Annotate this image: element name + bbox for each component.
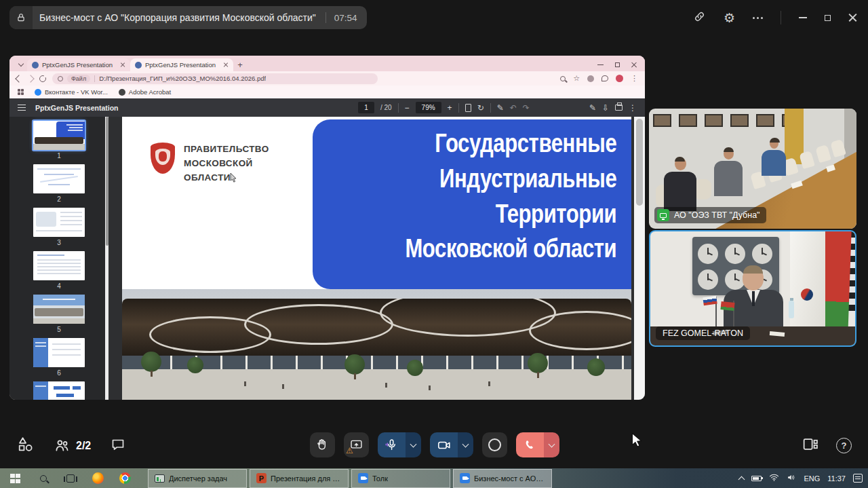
taskbar-button-powerpoint[interactable]: P Презентация для КР... — [250, 469, 349, 488]
keyboard-language[interactable]: ENG — [804, 474, 820, 483]
redo-icon[interactable]: ↷ — [523, 104, 530, 112]
url-text: D:/Презентация_ГИП_и%20ОЭЗ_МО%2016.04.20… — [99, 75, 266, 82]
url-field[interactable]: Файл D:/Презентация_ГИП_и%20ОЭЗ_МО%2016.… — [52, 73, 378, 84]
more-options-icon[interactable] — [753, 17, 763, 19]
taskbar-button-talk[interactable]: Толк — [351, 469, 450, 488]
thumbnails-scrollbar[interactable] — [105, 117, 108, 400]
annotate-pen-icon[interactable]: ✎ — [497, 104, 504, 112]
thumbnail-6[interactable]: 6 — [33, 338, 85, 377]
profile-bubble-icon[interactable] — [601, 75, 608, 81]
search-icon[interactable] — [560, 76, 566, 81]
fit-page-icon[interactable] — [465, 104, 471, 112]
taskbar-clock[interactable]: 11:37 — [827, 474, 846, 483]
restore-button[interactable] — [825, 15, 831, 21]
page-number-input[interactable]: 1 — [358, 102, 374, 113]
thumbnail-3[interactable]: 3 — [33, 208, 85, 246]
pdf-menu-icon[interactable] — [18, 105, 26, 111]
rotate-icon[interactable]: ↻ — [477, 104, 484, 112]
share-warning-icon: ⚠ — [346, 447, 353, 455]
microphone-button[interactable] — [378, 432, 406, 457]
address-bar-actions: ☆ ⋮ — [560, 75, 638, 82]
tray-expand-chevron[interactable] — [738, 476, 745, 483]
pdf-more-icon[interactable]: ⋮ — [629, 104, 637, 112]
video-conference-app: Бизнес-мост с АО "Корпорация развития Мо… — [0, 0, 868, 488]
task-view-icon[interactable] — [57, 468, 84, 488]
firefox-icon[interactable] — [84, 468, 111, 488]
browser-minimize-icon[interactable] — [597, 64, 604, 66]
forward-icon[interactable] — [26, 75, 34, 82]
browser-restore-icon[interactable] — [615, 62, 620, 67]
thumbnail-2[interactable]: 2 — [33, 164, 85, 203]
download-icon[interactable]: ⇩ — [602, 104, 609, 112]
bottom-left-controls: 2/2 — [16, 435, 126, 456]
profile-avatar[interactable] — [616, 75, 623, 82]
shared-screen-browser: PptxGenJS Presentation PptxGenJS Present… — [9, 56, 645, 400]
camera-button[interactable] — [430, 432, 458, 457]
tab-1-close-icon[interactable] — [120, 62, 125, 68]
pdf-viewer-toolbar: PptxGenJS Presentation 1 / 20 − 79% + ↻ … — [9, 98, 645, 117]
government-logo-block: ПРАВИТЕЛЬСТВО МОСКОВСКОЙ ОБЛАСТИ — [151, 143, 269, 185]
browser-close-icon[interactable] — [631, 62, 637, 68]
taskbar-button-task-manager[interactable]: Диспетчер задач — [148, 469, 247, 488]
thumbnail-5[interactable]: 5 — [33, 295, 85, 333]
tab-search-chevron-icon[interactable] — [15, 58, 27, 71]
participant-tile-gomel-active-speaker[interactable]: FEZ GOMEL-RATON — [649, 230, 856, 347]
pdf-document-title: PptxGenJS Presentation — [35, 104, 119, 112]
camera-options-chevron[interactable] — [458, 432, 473, 457]
print-icon[interactable] — [615, 105, 623, 111]
thumbnail-7[interactable]: 7 — [33, 381, 85, 400]
undo-icon[interactable]: ↶ — [510, 104, 517, 112]
bookmark-acrobat[interactable]: Adobe Acrobat — [119, 88, 171, 96]
raise-hand-button[interactable] — [310, 432, 335, 457]
participants-button[interactable]: 2/2 — [54, 437, 91, 454]
camera-button-group — [430, 432, 473, 457]
volume-icon[interactable] — [787, 472, 796, 485]
taskbar-button-meeting[interactable]: Бизнес-мост с АО "... — [453, 469, 552, 488]
browser-tab-1[interactable]: PptxGenJS Presentation — [27, 58, 130, 71]
minimize-button[interactable] — [799, 17, 807, 18]
hangup-button[interactable] — [516, 432, 544, 457]
top-bar: Бизнес-мост с АО "Корпорация развития Мо… — [0, 0, 868, 35]
browser-address-bar: Файл D:/Презентация_ГИП_и%20ОЭЗ_МО%2016.… — [9, 71, 645, 86]
bookmark-star-icon[interactable]: ☆ — [573, 75, 580, 82]
copy-link-icon[interactable] — [693, 10, 706, 26]
reload-icon[interactable] — [39, 75, 46, 82]
battery-icon[interactable] — [751, 476, 762, 481]
page-info-icon[interactable] — [58, 76, 63, 81]
help-icon[interactable]: ? — [836, 438, 852, 453]
zoom-level[interactable]: 79% — [416, 102, 441, 113]
layout-view-icon[interactable] — [802, 436, 818, 455]
thumbnail-4[interactable]: 4 — [33, 251, 85, 290]
browser-menu-icon[interactable]: ⋮ — [631, 75, 638, 82]
new-tab-button[interactable]: + — [233, 58, 247, 71]
zoom-out-button[interactable]: − — [405, 103, 410, 113]
chrome-icon[interactable] — [111, 468, 138, 488]
action-center-icon[interactable] — [853, 474, 863, 483]
meeting-app-icon — [460, 473, 470, 483]
tab-2-close-icon[interactable] — [223, 62, 229, 68]
thumbnail-1[interactable]: 1 — [33, 121, 85, 159]
settings-gear-icon[interactable]: ⚙ — [724, 12, 735, 24]
board-shapes-icon[interactable] — [16, 435, 35, 456]
screen-share-button[interactable]: ⚠ — [344, 432, 369, 457]
extension-icon[interactable] — [587, 75, 594, 82]
hangup-options-chevron[interactable] — [544, 432, 559, 457]
page-total: / 20 — [380, 104, 392, 111]
pdf-scrollbar[interactable] — [634, 117, 645, 400]
browser-window-controls — [597, 58, 639, 71]
record-button[interactable] — [482, 432, 507, 457]
zoom-in-button[interactable]: + — [448, 103, 452, 113]
wifi-icon[interactable] — [769, 472, 779, 485]
participant-tile-dubna[interactable]: АО "ОЭЗ ТВТ "Дубна" — [649, 109, 856, 229]
close-button[interactable] — [848, 14, 857, 22]
taskbar-search-icon[interactable] — [30, 468, 57, 488]
microphone-options-chevron[interactable] — [406, 432, 421, 457]
apps-grid-icon[interactable] — [18, 89, 24, 95]
draw-icon[interactable]: ✎ — [589, 104, 596, 112]
browser-tab-2-active[interactable]: PptxGenJS Presentation — [130, 58, 233, 71]
back-icon[interactable] — [15, 75, 22, 82]
start-button[interactable] — [0, 468, 30, 488]
mouse-cursor — [631, 432, 643, 447]
bookmark-vk[interactable]: Вконтакте - VK Wor... — [35, 88, 108, 96]
chat-icon[interactable] — [110, 436, 126, 455]
